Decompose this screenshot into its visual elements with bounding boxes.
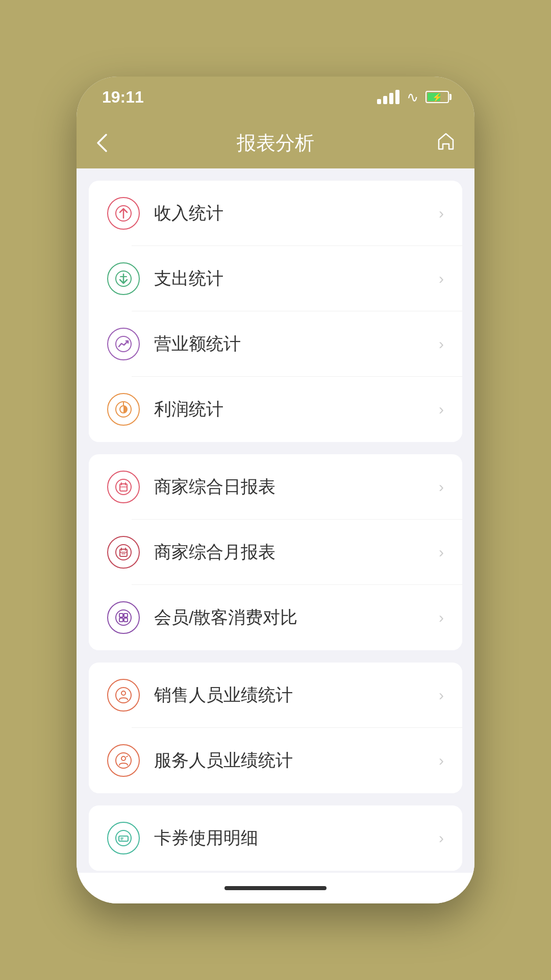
profit-icon: [107, 393, 140, 426]
battery-icon: ⚡: [425, 91, 449, 103]
monthly-report-icon: [107, 536, 140, 569]
menu-item-profit[interactable]: 利润统计 ›: [89, 377, 462, 442]
content-area: 收入统计 › 支出统计 ›: [77, 168, 474, 873]
menu-item-member-compare[interactable]: 会员/散客消费对比 ›: [89, 585, 462, 650]
home-bar: [224, 886, 327, 890]
svg-rect-21: [119, 618, 123, 622]
chevron-icon: ›: [439, 205, 444, 222]
chevron-icon: ›: [439, 270, 444, 287]
chevron-icon: ›: [439, 335, 444, 353]
svg-rect-19: [119, 614, 123, 617]
chevron-icon: ›: [439, 687, 444, 704]
status-icons: ∿ ⚡: [377, 89, 449, 106]
home-indicator: [77, 873, 474, 903]
svg-point-24: [121, 691, 126, 695]
chevron-icon: ›: [439, 478, 444, 496]
menu-item-expense[interactable]: 支出统计 ›: [89, 246, 462, 311]
monthly-report-label: 商家综合月报表: [154, 541, 439, 564]
svg-line-27: [126, 756, 128, 757]
expense-icon: [107, 262, 140, 295]
chevron-icon: ›: [439, 544, 444, 561]
home-button[interactable]: [436, 131, 456, 156]
revenue-label: 营业额统计: [154, 332, 439, 356]
back-button[interactable]: [95, 132, 109, 154]
revenue-icon: [107, 328, 140, 360]
svg-rect-20: [124, 614, 128, 617]
card-group-stats: 收入统计 › 支出统计 ›: [89, 181, 462, 442]
card-group-staff: 销售人员业绩统计 › 服务人员业绩统计 ›: [89, 663, 462, 793]
chevron-icon: ›: [439, 829, 444, 847]
sales-staff-label: 销售人员业绩统计: [154, 683, 439, 707]
daily-report-icon: [107, 471, 140, 503]
expense-label: 支出统计: [154, 267, 439, 290]
svg-point-26: [121, 756, 126, 761]
service-staff-icon: [107, 744, 140, 777]
card-group-reports: 商家综合日报表 › 商家综合月报表 ›: [89, 454, 462, 650]
card-voucher-label: 卡券使用明细: [154, 826, 439, 850]
phone-frame: 19:11 ∿ ⚡ 报表分析: [77, 77, 474, 903]
wifi-icon: ∿: [407, 89, 418, 106]
svg-rect-22: [124, 618, 128, 622]
member-compare-icon: [107, 601, 140, 634]
nav-bar: 报表分析: [77, 117, 474, 168]
svg-rect-29: [119, 836, 128, 841]
signal-bars-icon: [377, 90, 399, 104]
card-voucher-icon: [107, 822, 140, 854]
profit-label: 利润统计: [154, 398, 439, 421]
income-label: 收入统计: [154, 202, 439, 225]
sales-staff-icon: [107, 679, 140, 712]
menu-item-income[interactable]: 收入统计 ›: [89, 181, 462, 246]
menu-item-daily[interactable]: 商家综合日报表 ›: [89, 454, 462, 520]
status-bar: 19:11 ∿ ⚡: [77, 77, 474, 117]
member-compare-label: 会员/散客消费对比: [154, 606, 439, 629]
chevron-icon: ›: [439, 752, 444, 769]
income-icon: [107, 197, 140, 230]
page-title: 报表分析: [237, 130, 314, 156]
daily-report-label: 商家综合日报表: [154, 475, 439, 499]
chevron-icon: ›: [439, 401, 444, 418]
card-group-card-voucher: 卡券使用明细 ›: [89, 805, 462, 871]
service-staff-label: 服务人员业绩统计: [154, 749, 439, 772]
chevron-icon: ›: [439, 609, 444, 626]
menu-item-monthly[interactable]: 商家综合月报表 ›: [89, 520, 462, 585]
menu-item-sales-staff[interactable]: 销售人员业绩统计 ›: [89, 663, 462, 728]
status-time: 19:11: [102, 88, 144, 107]
menu-item-service-staff[interactable]: 服务人员业绩统计 ›: [89, 728, 462, 793]
menu-item-card-voucher[interactable]: 卡券使用明细 ›: [89, 805, 462, 871]
menu-item-revenue[interactable]: 营业额统计 ›: [89, 311, 462, 377]
svg-point-18: [116, 610, 131, 625]
